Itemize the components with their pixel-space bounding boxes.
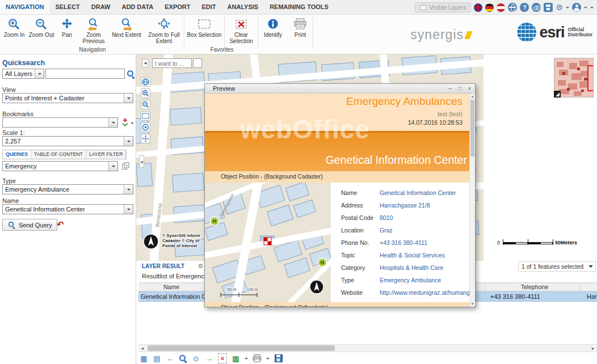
scroll-down-icon[interactable]: ▼ xyxy=(470,301,475,307)
user-icon[interactable] xyxy=(572,3,581,12)
previous-feature-icon[interactable]: ← xyxy=(166,353,174,363)
send-query-button[interactable]: Send Query xyxy=(2,219,57,231)
horizontal-scrollbar[interactable]: ◄ ► xyxy=(138,344,597,352)
language-austrian-flag-icon[interactable] xyxy=(497,3,505,12)
manage-queries-icon[interactable] xyxy=(121,162,130,171)
clear-results-icon[interactable]: × xyxy=(218,353,227,363)
menu-item-export[interactable]: EXPORT xyxy=(159,0,196,14)
menu-bar: NAVIGATION SELECT DRAW ADD DATA EXPORT E… xyxy=(0,0,597,15)
query-select[interactable]: Emergency xyxy=(2,161,118,171)
zoom-in-button[interactable]: Zoom In xyxy=(1,15,27,49)
type-select[interactable]: Emergency Ambulance xyxy=(2,184,133,194)
scroll-right-icon[interactable]: ► xyxy=(589,345,597,352)
save-session-icon[interactable] xyxy=(544,3,553,12)
overview-extent-box[interactable] xyxy=(587,65,594,91)
globe-tool-icon[interactable] xyxy=(141,77,150,87)
full-extent-tool-icon[interactable] xyxy=(141,134,150,143)
attribute-table-icon[interactable]: ▤ xyxy=(153,353,161,363)
zoom-in-tool-icon[interactable] xyxy=(141,88,150,98)
bookmark-caret-icon[interactable] xyxy=(131,122,134,126)
quicksearch-input[interactable] xyxy=(45,69,125,79)
center-tool-icon[interactable] xyxy=(141,122,150,132)
view-select[interactable]: Points of Interest + Cadaster xyxy=(2,93,133,103)
pan-button[interactable]: Pan xyxy=(56,15,78,49)
scroll-up-icon[interactable]: ▲ xyxy=(470,94,475,99)
collapse-panel-handle[interactable]: ◄ xyxy=(139,155,144,168)
selected-feature-marker-icon[interactable] xyxy=(264,238,271,245)
link-icon[interactable] xyxy=(532,3,541,12)
zoom-previous-button[interactable]: ZoomPrevious xyxy=(78,15,109,49)
minimize-icon[interactable]: ─ xyxy=(446,85,455,92)
add-bookmark-icon[interactable] xyxy=(121,117,129,128)
map-copyright: © SynerGIS Inform Cadaster © City of Poi… xyxy=(162,233,200,248)
visible-layers-toggle[interactable]: Visible Layers xyxy=(415,2,471,12)
attribute-row: NameGenetical Information Center xyxy=(341,189,470,201)
zoom-full-extent-button[interactable]: Zoom to FullExtent xyxy=(144,15,184,49)
export-caret-icon[interactable] xyxy=(245,358,248,361)
box-selection-button[interactable]: Box Selection xyxy=(184,15,224,49)
zoom-out-button[interactable]: Zoom Out xyxy=(27,15,56,49)
search-layers-select[interactable]: All Layers xyxy=(2,69,44,79)
menu-item-edit[interactable]: EDIT xyxy=(196,0,222,14)
overview-expand-icon[interactable] xyxy=(554,91,561,98)
user-caret-icon[interactable] xyxy=(584,7,587,10)
tab-queries[interactable]: QUERIES xyxy=(3,150,31,159)
restore-icon[interactable]: □ xyxy=(456,85,464,92)
zoom-to-feature-icon[interactable] xyxy=(179,353,187,363)
print-caret-icon[interactable] xyxy=(266,358,270,361)
tab-layer-filter[interactable]: LAYER FILTER xyxy=(86,150,127,159)
reset-query-icon[interactable]: ↶ xyxy=(57,219,64,230)
preview-scrollbar[interactable]: ▲ ▼ xyxy=(469,94,475,307)
preview-map[interactable]: Attemsgasse H H xyxy=(205,183,331,302)
hospital-marker-icon[interactable]: H xyxy=(318,259,327,267)
settings-caret-icon[interactable] xyxy=(566,7,569,10)
save-results-icon[interactable] xyxy=(274,353,283,363)
close-icon[interactable]: × xyxy=(465,85,474,92)
language-english-flag-icon[interactable] xyxy=(474,3,482,12)
menu-item-remaining-tools[interactable]: REMAINING TOOLS xyxy=(264,0,334,14)
more-caret-icon[interactable] xyxy=(590,7,594,10)
scrollbar-thumb[interactable] xyxy=(148,345,335,351)
north-arrow-icon xyxy=(144,234,158,249)
layer-result-tab[interactable]: LAYER RESULT xyxy=(142,263,184,269)
zoom-out-tool-icon[interactable] xyxy=(141,100,150,109)
name-select[interactable]: Genetical Information Center xyxy=(2,204,133,214)
settings-gear-icon[interactable]: ⚙ xyxy=(556,3,563,12)
preview-scrollbar-thumb[interactable] xyxy=(470,100,474,156)
i-want-to-input[interactable] xyxy=(152,58,192,68)
preview-titlebar[interactable]: Preview ─ □ × xyxy=(205,84,475,94)
scroll-left-icon[interactable]: ◄ xyxy=(138,345,146,352)
layer-result-gear-icon[interactable]: ⚙ xyxy=(197,263,203,270)
help-icon[interactable]: ? xyxy=(520,3,529,12)
menu-item-add-data[interactable]: ADD DATA xyxy=(116,0,159,14)
i-want-to-extra-box[interactable] xyxy=(193,58,202,68)
print-results-icon[interactable] xyxy=(253,353,262,363)
synergis-spark-icon xyxy=(464,31,472,39)
menu-item-draw[interactable]: DRAW xyxy=(86,0,116,14)
collapse-sidebar-icon[interactable]: ◄ xyxy=(142,59,149,67)
menu-item-analysis[interactable]: ANALYSIS xyxy=(222,0,264,14)
svg-text:Cadaster © City of: Cadaster © City of xyxy=(162,238,200,243)
print-button[interactable]: Print xyxy=(288,15,313,49)
features-selected-dropdown[interactable]: 1 of 1 features selected xyxy=(518,261,596,272)
language-german-flag-icon[interactable] xyxy=(485,3,494,12)
hospital-marker-icon[interactable]: H xyxy=(211,217,219,226)
export-results-icon[interactable]: ▥ xyxy=(232,353,240,363)
tab-table-of-content[interactable]: TABLE OF CONTENT xyxy=(31,150,86,159)
zoom-window-tool-icon[interactable] xyxy=(141,111,150,121)
next-extent-button[interactable]: Next Extent xyxy=(109,15,144,49)
pan-to-feature-icon[interactable]: ⊙ xyxy=(192,353,200,363)
menu-item-select[interactable]: SELECT xyxy=(49,0,85,14)
scale-select[interactable]: 2,257 xyxy=(2,136,133,146)
preview-content: Emergency Ambulances test (test) 14.07.2… xyxy=(205,94,475,307)
globe-icon[interactable] xyxy=(508,3,517,12)
select-results-icon[interactable]: ▦ xyxy=(140,353,148,363)
bookmarks-select[interactable] xyxy=(2,117,118,128)
clear-selection-button[interactable]: ClearSelection xyxy=(225,15,258,49)
website-link[interactable]: http://www.medunigraz.at/humangenetik/ xyxy=(380,289,475,301)
identify-button[interactable]: Identify xyxy=(258,15,288,49)
next-feature-icon[interactable]: → xyxy=(205,353,213,363)
quicksearch-search-icon[interactable] xyxy=(127,70,135,79)
menu-bar-right-cluster: Visible Layers ? ⚙ xyxy=(415,0,594,15)
menu-item-navigation[interactable]: NAVIGATION xyxy=(0,0,49,14)
